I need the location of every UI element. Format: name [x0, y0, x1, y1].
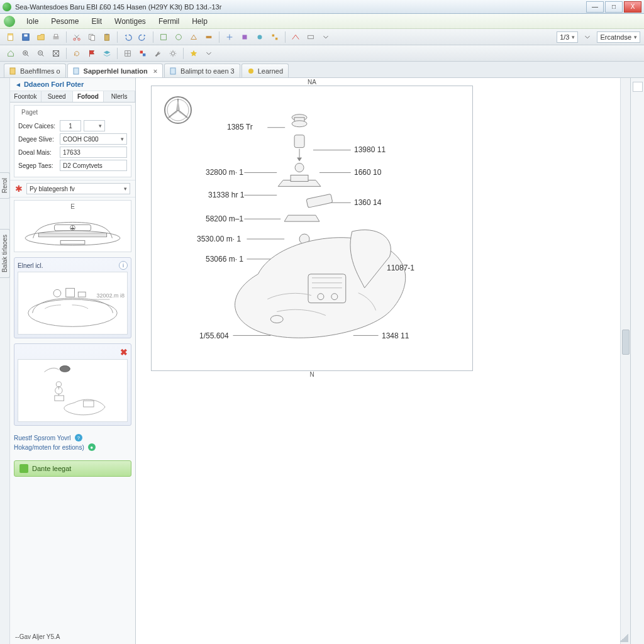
tool-icon[interactable]: [157, 30, 170, 44]
hint-icon: ●: [88, 443, 96, 451]
menu-item[interactable]: Pesome: [45, 15, 85, 28]
property-row: Doeal Mais: 17633: [18, 147, 127, 158]
svg-rect-43: [84, 401, 94, 407]
grid-icon[interactable]: [121, 47, 135, 60]
menu-item[interactable]: Wontiges: [108, 15, 152, 28]
callout-label: 1385 Tr: [227, 123, 253, 131]
subtab[interactable]: Fofood: [73, 91, 104, 102]
redo-icon[interactable]: [136, 30, 150, 44]
callout-label: 1/55.604: [199, 331, 229, 340]
callout-label: 1360 14: [354, 198, 381, 207]
tool-icon[interactable]: [223, 30, 236, 44]
maximize-button[interactable]: □: [605, 1, 623, 13]
encoding-combo[interactable]: Ercatndse: [597, 31, 640, 43]
svg-point-35: [28, 299, 117, 326]
chevron-down-icon[interactable]: [580, 30, 594, 44]
back-arrow-icon[interactable]: ◄: [15, 81, 21, 88]
zoom-out-icon[interactable]: [34, 47, 48, 60]
menu-item[interactable]: Iole: [20, 15, 45, 28]
footer-link[interactable]: Ruestf Spsrom Yovrl ?: [14, 434, 131, 441]
undo-icon[interactable]: [121, 30, 135, 44]
fit-icon[interactable]: [49, 47, 63, 60]
print-icon[interactable]: [49, 30, 63, 44]
window-title: Sea-Wantesdoes Baru EBI £60 145 Hasen (H…: [15, 3, 585, 11]
scrollbar-thumb[interactable]: [622, 330, 630, 355]
svg-rect-42: [55, 396, 64, 401]
thumb-header: E: [17, 203, 128, 210]
property-value[interactable]: COOH C800: [60, 133, 127, 145]
layers-icon[interactable]: [100, 47, 114, 60]
property-value[interactable]: 17633: [60, 147, 127, 158]
property-dropdown[interactable]: [84, 120, 105, 131]
gutter-button[interactable]: [633, 82, 643, 92]
vertical-scrollbar[interactable]: [620, 78, 630, 644]
callout-label: 1348 11: [382, 331, 409, 340]
svg-rect-26: [10, 68, 15, 74]
menubar: Iole Pesome Elit Wontiges Fermil Help: [0, 14, 644, 29]
subtab[interactable]: Nlerls: [104, 91, 135, 102]
gear-icon[interactable]: [166, 47, 180, 60]
paste-icon[interactable]: [100, 30, 114, 44]
tool-icon[interactable]: [304, 30, 318, 44]
doc-tab-label: Learned: [258, 67, 283, 75]
doc-tab[interactable]: Learned: [242, 64, 289, 77]
tool-icon[interactable]: [172, 30, 186, 44]
doc-icon: [170, 67, 177, 75]
svg-rect-3: [24, 34, 27, 36]
rotate-icon[interactable]: [70, 47, 84, 60]
doc-tab[interactable]: Sapperhlel Iunation ×: [67, 64, 164, 77]
property-value[interactable]: 1: [60, 120, 81, 131]
assembly-card-1[interactable]: Elnerl icl. i 32002.m i8: [14, 257, 131, 338]
assembly-card-2[interactable]: ✖: [14, 343, 131, 426]
svg-rect-15: [243, 35, 247, 39]
star-icon[interactable]: [187, 47, 201, 60]
frame-topmark: NA: [308, 79, 316, 86]
menu-item[interactable]: Help: [186, 15, 214, 28]
close-tab-icon[interactable]: ×: [153, 67, 157, 75]
info-icon[interactable]: i: [119, 261, 128, 270]
dropdown-icon[interactable]: [319, 30, 333, 44]
tool-icon[interactable]: [238, 30, 252, 44]
cut-icon[interactable]: [70, 30, 84, 44]
tool-icon[interactable]: [253, 30, 267, 44]
vehicle-thumbnail[interactable]: E: [14, 200, 131, 252]
frame-botmark: N: [309, 371, 314, 378]
svg-rect-38: [78, 292, 86, 297]
doc-tab[interactable]: Balimpt to eaen 3: [164, 64, 240, 77]
close-button[interactable]: X: [624, 1, 641, 13]
menu-item[interactable]: Elit: [85, 15, 108, 28]
svg-rect-23: [140, 50, 143, 53]
resize-grip-icon[interactable]: [619, 633, 628, 642]
vertical-tab[interactable]: Rerol: [0, 172, 10, 199]
home-icon[interactable]: [4, 47, 18, 60]
save-icon[interactable]: [19, 30, 33, 44]
open-icon[interactable]: [34, 30, 48, 44]
favorite-combo[interactable]: Py blategersh fv: [26, 183, 130, 194]
subtab[interactable]: Sueed: [42, 91, 73, 102]
action-button[interactable]: Dante leegat: [14, 460, 131, 477]
tool-icon[interactable]: [202, 30, 216, 44]
copy-icon[interactable]: [85, 30, 99, 44]
callout-label: 11087-1: [387, 264, 414, 272]
dropdown-icon[interactable]: [202, 47, 216, 60]
page-combo[interactable]: 1/3: [557, 31, 578, 43]
doc-icon: [73, 67, 80, 75]
wrench-icon[interactable]: [151, 47, 165, 60]
minimize-button[interactable]: —: [586, 1, 604, 13]
subtab[interactable]: Foontok: [10, 91, 42, 102]
doc-tab[interactable]: Baehfllmes o: [4, 64, 66, 77]
tool-icon[interactable]: [289, 30, 303, 44]
vertical-tab[interactable]: Balak tirlaoes: [0, 229, 10, 278]
tool-icon[interactable]: [187, 30, 201, 44]
color-icon[interactable]: [136, 47, 150, 60]
remove-icon[interactable]: ✖: [120, 347, 128, 357]
new-file-icon[interactable]: [4, 30, 18, 44]
footer-link[interactable]: Hokag/moten for estions) ●: [14, 443, 131, 451]
svg-point-29: [248, 69, 253, 74]
property-value[interactable]: D2 Comytvets: [60, 160, 127, 171]
svg-rect-17: [272, 34, 275, 36]
flag-icon[interactable]: [85, 47, 99, 60]
zoom-in-icon[interactable]: [19, 47, 33, 60]
menu-item[interactable]: Fermil: [152, 15, 186, 28]
tool-icon[interactable]: [268, 30, 282, 44]
